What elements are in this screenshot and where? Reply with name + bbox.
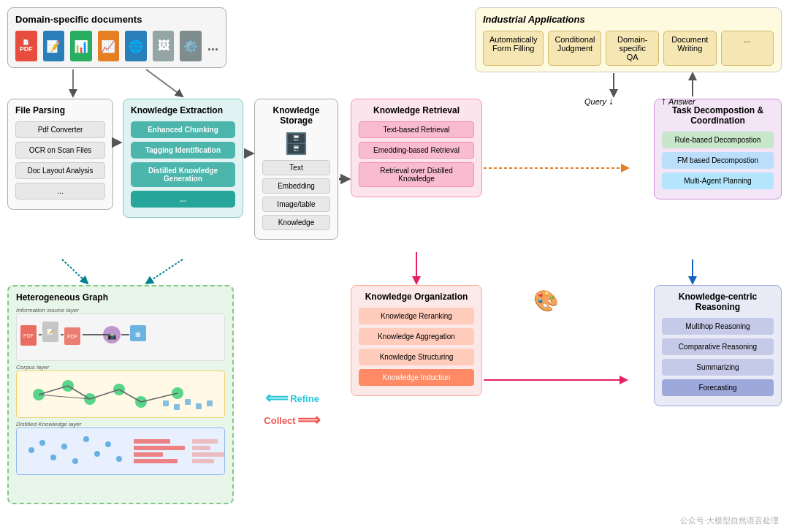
svg-point-37 <box>94 451 100 457</box>
ke-title: Knowledge Extraction <box>131 105 235 115</box>
kr-distilled: Retrieval over Distilled Knowledge <box>359 162 474 187</box>
svg-rect-42 <box>134 452 163 457</box>
info-source-svg: PDF 📝 PDF 📷 ▦ <box>17 314 224 361</box>
ko-induction: Knowledge Induction <box>359 369 474 386</box>
svg-text:▦: ▦ <box>135 331 141 338</box>
kcr-forecasting: Forecasting <box>662 379 774 396</box>
svg-text:📝: 📝 <box>47 328 54 335</box>
svg-line-22 <box>90 390 119 399</box>
ko-title: Knowledge Organization <box>359 292 474 302</box>
ke-tagging: Tagging Identification <box>131 142 235 159</box>
kr-title: Knowledge Retrieval <box>359 105 474 115</box>
svg-point-38 <box>105 441 111 447</box>
svg-rect-28 <box>185 399 191 405</box>
kr-embedding-based: Emedding-based Retrieval <box>359 142 474 159</box>
knowledge-extraction-box: Knowledge Extraction Enhanced Chunking T… <box>123 99 243 218</box>
ks-knowledge: Knowledge <box>262 215 330 230</box>
hg-title: Heterogeneous Graph <box>16 292 225 303</box>
svg-line-20 <box>39 386 68 395</box>
svg-line-59 <box>62 259 88 284</box>
doc-icons-row: 📄 PDF 📝 📊 📈 🌐 🖼 ⚙️ ... <box>15 31 218 61</box>
corpus-label: Corpus layer <box>16 364 225 370</box>
kcr-title: Knowledge-centric Reasoning <box>662 292 774 312</box>
svg-rect-45 <box>192 446 210 450</box>
ke-more: ... <box>131 191 235 208</box>
file-parsing-box: File Parsing Pdf Converter OCR on Scan F… <box>7 99 113 210</box>
svg-point-39 <box>116 456 122 462</box>
refine-arrow: ⟸ Refine <box>265 389 319 408</box>
corpus-svg <box>17 371 224 418</box>
kcr-multihop: Multihop Reasoning <box>662 318 774 335</box>
svg-line-23 <box>119 390 141 402</box>
corpus-layer <box>16 370 225 418</box>
svg-point-34 <box>61 444 67 449</box>
svg-line-60 <box>146 259 183 284</box>
svg-line-49 <box>146 69 183 96</box>
svg-line-25 <box>39 395 90 399</box>
industrial-apps-box: Industrial Applications Automatically Fo… <box>475 7 782 72</box>
svg-point-32 <box>39 440 45 446</box>
svg-point-35 <box>72 458 78 464</box>
query-label: Query ↓ <box>584 95 614 107</box>
svg-rect-43 <box>134 459 178 463</box>
distilled-label: Distilled Knowledge layer <box>16 421 225 428</box>
svg-text:PDF: PDF <box>23 333 34 338</box>
settings-icon: ⚙️ <box>180 31 202 61</box>
svg-rect-47 <box>192 459 214 463</box>
ko-reranking: Knowledge Reranking <box>359 308 474 324</box>
info-source-label: Information source layer <box>16 307 225 314</box>
file-parsing-title: File Parsing <box>15 105 105 115</box>
td-multi-agent: Multi-Agent Planning <box>662 172 774 189</box>
app-more: ... <box>721 31 774 66</box>
domain-docs-title: Domain-specific documents <box>15 14 218 25</box>
svg-line-21 <box>68 386 90 399</box>
kcr-summarizing: Summarizing <box>662 359 774 376</box>
ks-title: Knowledge Storage <box>262 105 330 126</box>
watermark: 公众号·大模型自然语言处理 <box>680 515 779 526</box>
domain-docs-box: Domain-specific documents 📄 PDF 📝 📊 📈 🌐 … <box>7 7 226 68</box>
word-icon: 📝 <box>43 31 65 61</box>
svg-text:PDF: PDF <box>67 334 77 339</box>
info-source-layer: PDF 📝 PDF 📷 ▦ <box>16 314 225 361</box>
database-icon: 🗄️ <box>262 132 330 156</box>
svg-point-31 <box>28 447 34 453</box>
task-decomp-box: Task Decompostion & Coordination Rule-ba… <box>654 99 782 200</box>
pdf-icon: 📄 PDF <box>15 31 37 61</box>
svg-line-24 <box>141 393 178 402</box>
knowledge-org-box: Knowledge Organization Knowledge Reranki… <box>351 285 482 396</box>
fp-ocr: OCR on Scan Files <box>15 142 105 159</box>
kcr-box: Knowledge-centric Reasoning Multihop Rea… <box>654 285 782 406</box>
img-icon: 🖼 <box>153 31 175 61</box>
more-dots: ... <box>207 39 218 54</box>
svg-rect-41 <box>134 446 185 450</box>
ko-structuring: Knowledge Structuring <box>359 349 474 365</box>
ke-distilled: Distilled Knowledge Generation <box>131 162 235 187</box>
ko-aggregation: Knowledge Aggregation <box>359 328 474 345</box>
td-rule-based: Rule-based Decompostion <box>662 132 774 148</box>
ke-enhanced-chunking: Enhanced Chunking <box>131 121 235 138</box>
app-form-filling: Automatically Form Filling <box>483 31 544 66</box>
svg-text:📷: 📷 <box>107 331 117 341</box>
knowledge-storage-box: Knowledge Storage 🗄️ Text Embedding Imag… <box>254 99 338 240</box>
td-title: Task Decompostion & Coordination <box>662 105 774 126</box>
svg-rect-40 <box>134 439 170 444</box>
fp-pdf-converter: Pdf Converter <box>15 121 105 138</box>
td-fm-based: FM based Decompostion <box>662 152 774 169</box>
fp-more: ... <box>15 183 105 200</box>
kcr-comparative: Comparative Reasoning <box>662 338 774 355</box>
hetero-graph-box: Heterogeneous Graph Information source l… <box>7 285 234 504</box>
svg-rect-27 <box>174 404 180 410</box>
knowledge-retrieval-box: Knowledge Retrieval Text-based Retrieval… <box>351 99 482 197</box>
ks-image-table: Image/table <box>262 197 330 212</box>
svg-point-33 <box>50 455 56 460</box>
industrial-title: Industrial Applications <box>483 14 774 25</box>
fp-doc-layout: Doc Layout Analysis <box>15 162 105 179</box>
app-doc-writing: Document Writing <box>663 31 717 66</box>
distilled-layer <box>16 428 225 475</box>
ks-text: Text <box>262 160 330 175</box>
svg-rect-44 <box>192 439 218 444</box>
svg-point-36 <box>83 436 89 442</box>
app-domain-qa: Domain-specific QA <box>606 31 659 66</box>
svg-rect-30 <box>207 400 213 406</box>
ks-embedding: Embedding <box>262 178 330 194</box>
